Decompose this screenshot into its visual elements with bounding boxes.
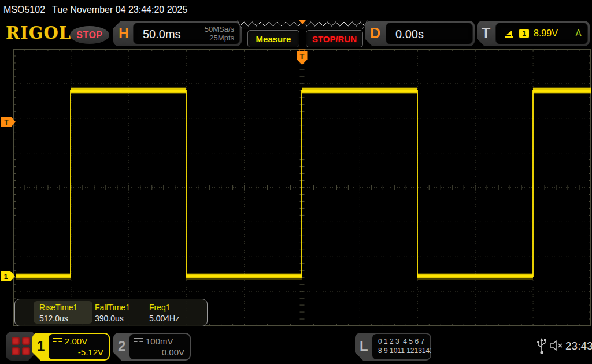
delay-block[interactable]: D 0.00s <box>365 21 475 46</box>
trigger-block[interactable]: T 1 8.99V A <box>477 21 590 46</box>
main-menu-button[interactable] <box>6 332 36 361</box>
usb-icon <box>536 338 547 355</box>
channel2-panel: 100mV 0.00V <box>130 334 190 359</box>
svg-text:1: 1 <box>4 273 8 281</box>
timebase-value: 50.0ms <box>143 28 181 41</box>
top-status-bar: MSO5102 Tue November 04 23:44:20 2025 <box>3 3 187 16</box>
model-name: MSO5102 <box>3 5 45 15</box>
memory-depth: 25Mpts <box>209 34 234 42</box>
logic-channels-panel: 0 1 2 3 4 5 6 7 8 9 1011 12131415 <box>372 334 430 359</box>
t-label: T <box>482 25 490 42</box>
timebase-panel: 50.0ms 50MSa/s 25Mpts <box>133 23 240 44</box>
waveform-preview-strip[interactable] <box>237 20 368 29</box>
sample-rate: 50MSa/s <box>205 25 234 34</box>
channel1-scale: 2.00V <box>65 336 87 346</box>
horizontal-timebase-block[interactable]: H 50.0ms 50MSa/s 25Mpts <box>113 21 242 46</box>
trigger-mode-indicator: A <box>575 28 582 39</box>
svg-text:T: T <box>300 52 305 61</box>
trigger-source-badge: 1 <box>519 29 529 38</box>
menu-grid-icon <box>12 337 30 355</box>
dc-coupling-icon <box>134 338 143 344</box>
channel1-number: 1 <box>37 338 45 354</box>
channel1-offset: -5.12V <box>78 347 103 357</box>
channel1-block[interactable]: 1 2.00V -5.12V <box>32 333 110 361</box>
delay-panel: 0.00s <box>386 23 473 44</box>
svg-text:T: T <box>4 118 9 127</box>
preview-trigger-marker-icon <box>299 20 306 24</box>
datetime: Tue November 04 23:44:20 2025 <box>52 5 187 15</box>
logic-channels-row1: 0 1 2 3 4 5 6 7 <box>378 337 430 346</box>
dc-coupling-icon <box>53 338 62 344</box>
speaker-muted-icon <box>549 340 564 351</box>
trigger-panel: 1 8.99V A <box>495 23 588 44</box>
logic-channels-block[interactable]: L 0 1 2 3 4 5 6 7 8 9 1011 12131415 <box>355 333 431 361</box>
measure-button[interactable]: Measure <box>247 30 299 47</box>
logic-channels-row2: 8 9 1011 12131415 <box>378 346 430 355</box>
channel2-scale: 100mV <box>146 336 173 346</box>
d-label: D <box>370 25 380 42</box>
waveform-display: TT1 <box>0 49 592 326</box>
logic-label: L <box>360 338 368 354</box>
trigger-level-value: 8.99V <box>534 28 558 39</box>
acquisition-status-badge[interactable]: STOP <box>70 26 109 44</box>
channel1-panel: 2.00V -5.12V <box>49 334 109 359</box>
channel2-number: 2 <box>118 338 125 354</box>
channel1-position-marker[interactable] <box>1 271 15 281</box>
rising-edge-trigger-icon <box>504 29 515 38</box>
clock: 23:43 <box>565 340 592 352</box>
delay-value: 0.00s <box>395 28 424 41</box>
h-label: H <box>119 25 129 42</box>
rigol-logo: RIGOL <box>6 23 71 43</box>
channel2-offset: 0.00V <box>162 347 184 357</box>
stop-run-button[interactable]: STOP/RUN <box>306 30 363 47</box>
measurement-panel[interactable]: RiseTime1 512.0us FallTime1 390.0us Freq… <box>14 299 208 326</box>
channel2-block[interactable]: 2 100mV 0.00V <box>113 333 191 361</box>
